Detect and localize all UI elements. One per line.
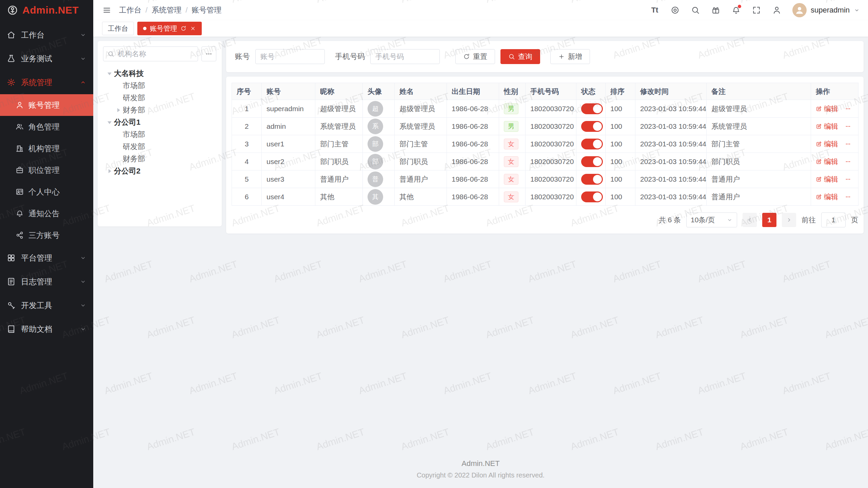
tab-1[interactable]: 账号管理	[137, 22, 202, 35]
next-page-button[interactable]	[782, 213, 796, 227]
row-more-button[interactable]	[845, 106, 851, 112]
tree-node[interactable]: 财务部	[103, 104, 216, 116]
edit-button[interactable]: 编辑	[816, 122, 838, 131]
sidebar-subitem-label: 通知公告	[28, 208, 60, 219]
edit-icon	[816, 194, 822, 200]
page-size-select[interactable]: 10条/页	[686, 212, 737, 227]
cell-phone: 18020030720	[526, 100, 576, 118]
sidebar-subitem-position[interactable]: 职位管理	[0, 159, 93, 181]
user-button[interactable]	[771, 5, 782, 16]
sidebar-item-business-test[interactable]: 业务测试	[0, 47, 93, 70]
cell-actions: 编辑	[811, 153, 859, 170]
cell-avatar: 普	[363, 170, 395, 188]
sidebar-subitem-notice[interactable]: 通知公告	[0, 203, 93, 224]
gender-tag: 男	[504, 121, 518, 132]
row-more-button[interactable]	[845, 176, 851, 182]
breadcrumb-item[interactable]: 工作台	[119, 5, 141, 15]
cell-birth: 1986-06-28	[447, 118, 499, 135]
tree-node[interactable]: 分公司1	[103, 116, 216, 128]
account-input[interactable]: 账号	[255, 49, 325, 64]
cell-phone: 18020030720	[526, 188, 576, 206]
font-size-button[interactable]: Tt	[649, 5, 660, 16]
tree-node[interactable]: 市场部	[103, 80, 216, 92]
cell-index: 6	[232, 188, 262, 206]
sidebar-item-system-management[interactable]: 系统管理	[0, 70, 93, 94]
breadcrumb-item[interactable]: 系统管理	[152, 5, 181, 15]
org-icon	[16, 144, 24, 152]
status-toggle[interactable]	[581, 121, 603, 132]
row-more-button[interactable]	[845, 141, 851, 147]
sidebar-item-help-docs[interactable]: 帮助文档	[0, 317, 93, 341]
row-more-button[interactable]	[845, 123, 851, 129]
caret-right-icon[interactable]	[114, 106, 123, 115]
user-icon	[16, 101, 24, 109]
theme-button[interactable]	[670, 5, 680, 16]
edit-button[interactable]: 编辑	[816, 175, 838, 184]
reset-button[interactable]: 重置	[455, 49, 495, 64]
edit-button[interactable]: 编辑	[816, 192, 838, 202]
cell-nickname: 超级管理员	[315, 100, 363, 118]
tab-close-icon[interactable]	[190, 25, 196, 32]
tree-node[interactable]: 市场部	[103, 128, 216, 141]
status-toggle[interactable]	[581, 156, 603, 167]
status-toggle[interactable]	[581, 103, 603, 114]
tab-label: 工作台	[108, 24, 128, 33]
tree-node[interactable]: 分公司2	[103, 165, 216, 177]
sidebar-menu: 工作台业务测试系统管理账号管理角色管理机构管理职位管理个人中心通知公告三方账号平…	[0, 20, 93, 341]
caret-placeholder	[114, 155, 123, 163]
edit-label: 编辑	[824, 157, 838, 166]
person-icon	[794, 5, 805, 15]
cell-remark: 部门职员	[707, 153, 811, 170]
add-button[interactable]: 新增	[550, 49, 590, 64]
sidebar-subitem-role[interactable]: 角色管理	[0, 116, 93, 138]
sidebar-subitem-account[interactable]: 账号管理	[0, 94, 93, 116]
column-header-nickname: 昵称	[315, 83, 363, 100]
user-menu[interactable]: superadmin	[792, 3, 860, 17]
tab-refresh-icon[interactable]	[180, 25, 186, 32]
edit-button[interactable]: 编辑	[816, 104, 838, 114]
status-toggle[interactable]	[581, 139, 603, 149]
sidebar-item-platform-management[interactable]: 平台管理	[0, 246, 93, 270]
row-more-button[interactable]	[845, 194, 851, 200]
chevron-right-icon	[786, 217, 792, 223]
sidebar-subitem-personal-center[interactable]: 个人中心	[0, 181, 93, 203]
caret-down-icon[interactable]	[105, 69, 114, 78]
table-row: 4user2部门职员部部门职员1986-06-28女18020030720100…	[232, 153, 859, 170]
tool-icon	[7, 301, 16, 310]
gender-tag: 女	[504, 139, 518, 149]
status-toggle[interactable]	[581, 191, 603, 202]
sidebar-subitem-third-party-account[interactable]: 三方账号	[0, 224, 93, 246]
org-more-button[interactable]	[201, 46, 216, 61]
sidebar-item-dev-tools[interactable]: 开发工具	[0, 293, 93, 317]
phone-input[interactable]: 手机号码	[370, 49, 440, 64]
status-toggle[interactable]	[581, 174, 603, 185]
menu-collapse-button[interactable]	[101, 5, 112, 16]
sidebar-item-workbench[interactable]: 工作台	[0, 23, 93, 47]
goto-page-input[interactable]: 1	[821, 212, 846, 227]
caret-down-icon[interactable]	[105, 118, 114, 127]
tree-node[interactable]: 财务部	[103, 153, 216, 165]
column-header-sort: 排序	[606, 83, 635, 100]
sidebar-subitem-organization[interactable]: 机构管理	[0, 138, 93, 159]
page-number-1[interactable]: 1	[762, 213, 776, 227]
global-search-button[interactable]	[690, 5, 701, 16]
breadcrumb-item: 账号管理	[192, 5, 221, 15]
org-search-input[interactable]: 机构名称	[103, 46, 198, 61]
tab-0[interactable]: 工作台	[102, 22, 134, 35]
notification-button[interactable]	[731, 5, 742, 16]
fullscreen-button[interactable]	[751, 5, 762, 16]
cell-actions: 编辑	[811, 118, 859, 135]
caret-right-icon[interactable]	[105, 167, 114, 176]
edit-button[interactable]: 编辑	[816, 157, 838, 166]
sidebar-item-log-management[interactable]: 日志管理	[0, 270, 93, 293]
tree-node[interactable]: 研发部	[103, 92, 216, 104]
toggle-knob	[593, 175, 602, 184]
tree-node[interactable]: 研发部	[103, 141, 216, 153]
row-more-button[interactable]	[845, 159, 851, 165]
prev-page-button[interactable]	[743, 213, 757, 227]
gift-button[interactable]	[710, 5, 721, 16]
edit-button[interactable]: 编辑	[816, 139, 838, 149]
tree-node[interactable]: 大名科技	[103, 67, 216, 80]
query-button[interactable]: 查询	[500, 49, 540, 64]
brand[interactable]: Admin.NET	[0, 0, 93, 20]
